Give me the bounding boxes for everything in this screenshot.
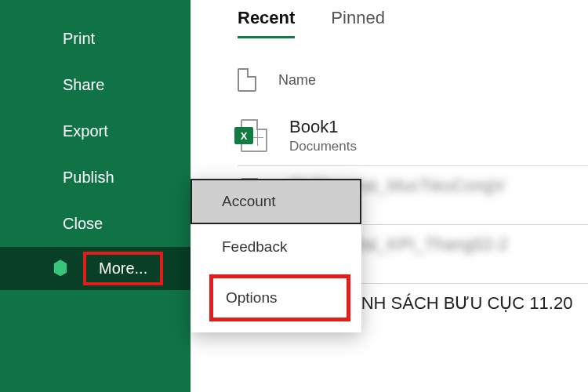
sidebar-item-share[interactable]: Share xyxy=(0,62,191,108)
tabs: Recent Pinned xyxy=(238,8,588,42)
file-row[interactable]: X Book1 Documents xyxy=(238,107,588,166)
sidebar-item-publish[interactable]: Publish xyxy=(0,154,191,201)
tab-pinned[interactable]: Pinned xyxy=(331,8,385,38)
sidebar-item-more[interactable]: More... xyxy=(0,247,191,290)
sidebar-item-export[interactable]: Export xyxy=(0,108,191,154)
backstage-sidebar: Print Share Export Publish Close More... xyxy=(0,0,191,392)
app-logo-icon xyxy=(47,256,74,282)
flyout-item-account[interactable]: Account xyxy=(191,179,361,224)
excel-file-icon: X xyxy=(238,119,270,152)
sidebar-item-print[interactable]: Print xyxy=(0,16,191,62)
file-name: Book1 xyxy=(289,117,357,137)
flyout-item-feedback[interactable]: Feedback xyxy=(191,224,361,270)
sidebar-more-label: More... xyxy=(99,260,147,277)
document-icon xyxy=(238,68,256,92)
sidebar-item-close[interactable]: Close xyxy=(0,201,191,247)
tab-recent[interactable]: Recent xyxy=(238,8,295,38)
more-flyout-menu: Account Feedback Options xyxy=(191,179,361,332)
list-header: Name xyxy=(238,68,588,92)
annotation-more-highlight: More... xyxy=(83,252,163,285)
flyout-item-options[interactable]: Options xyxy=(209,274,350,321)
annotation-options-highlight: Options xyxy=(209,274,350,321)
column-name: Name xyxy=(278,72,316,89)
file-location: Documents xyxy=(289,139,357,154)
